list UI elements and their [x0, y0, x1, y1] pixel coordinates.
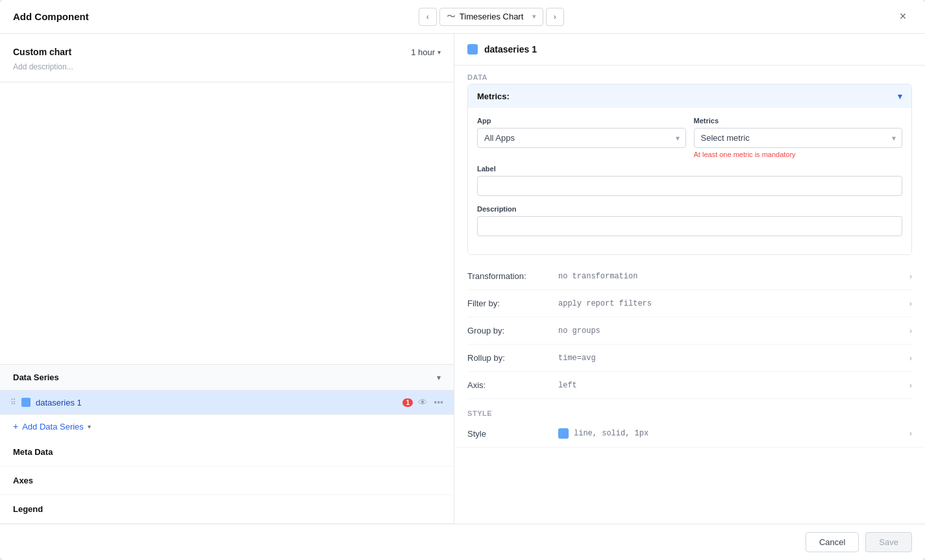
add-description-text[interactable]: Add description... — [13, 62, 441, 71]
style-chevron-icon: › — [909, 429, 912, 438]
chart-type-selector[interactable]: 〜 Timeseries Chart ▾ — [439, 8, 543, 26]
data-section-label: DATA — [454, 66, 925, 84]
label-field-group: Label — [477, 165, 902, 196]
filter-value: apply report filters — [558, 299, 904, 308]
label-input[interactable] — [477, 176, 902, 196]
chart-type-chevron-icon: ▾ — [532, 12, 536, 21]
legend-title: Legend — [13, 504, 43, 514]
style-color-swatch — [558, 428, 569, 439]
add-data-series-button[interactable]: + Add Data Series ▾ — [0, 415, 454, 438]
timeseries-icon: 〜 — [447, 11, 456, 23]
axis-value: left — [558, 381, 904, 390]
dataseries-error-badge: 1 — [402, 398, 413, 407]
style-value-text: line, solid, 1px — [574, 429, 648, 438]
data-series-title: Data Series — [13, 372, 59, 382]
description-field-group: Description — [477, 205, 902, 236]
chart-type-label: Timeseries Chart — [460, 12, 523, 21]
group-row[interactable]: Group by: no groups › — [467, 317, 912, 345]
transformation-row[interactable]: Transformation: no transformation › — [467, 263, 912, 290]
dataseries-actions: 👁 ••• — [418, 397, 443, 408]
axis-key: Axis: — [467, 380, 558, 390]
right-panel: dataseries 1 DATA Metrics: ▾ App — [454, 34, 925, 524]
app-select-wrapper: All Apps — [477, 128, 686, 148]
chart-info: Custom chart 1 hour ▾ Add description... — [0, 34, 454, 82]
left-panel: Custom chart 1 hour ▾ Add description...… — [0, 34, 454, 524]
transformation-chevron-icon: › — [909, 272, 912, 281]
metrics-error-text: At least one metric is mandatory — [694, 151, 903, 158]
data-series-chevron-icon: ▾ — [437, 373, 441, 382]
group-chevron-icon: › — [909, 326, 912, 335]
dataseries-header-title: dataseries 1 — [484, 44, 537, 55]
drag-handle-icon: ⠿ — [10, 398, 16, 407]
visibility-toggle-icon[interactable]: 👁 — [418, 397, 427, 408]
config-section: Transformation: no transformation › Filt… — [454, 263, 925, 399]
meta-data-title: Meta Data — [13, 447, 53, 457]
app-column: App All Apps — [477, 117, 686, 158]
description-input[interactable] — [477, 216, 902, 236]
style-key: Style — [467, 429, 558, 439]
metrics-panel: Metrics: ▾ App All Apps — [467, 84, 912, 255]
rollup-key: Rollup by: — [467, 353, 558, 363]
add-series-chevron-icon: ▾ — [88, 423, 91, 430]
metrics-panel-header[interactable]: Metrics: ▾ — [468, 84, 911, 108]
dataseries-name: dataseries 1 — [36, 398, 397, 408]
dataseries-color-swatch — [21, 398, 31, 407]
dataseries-item[interactable]: ⠿ dataseries 1 1 👁 ••• — [0, 391, 454, 415]
metrics-panel-title: Metrics: — [477, 91, 510, 101]
meta-data-section[interactable]: Meta Data — [0, 438, 454, 467]
custom-chart-title: Custom chart — [13, 47, 71, 57]
close-button[interactable]: × — [894, 8, 912, 26]
app-label: App — [477, 117, 686, 125]
metrics-select[interactable]: Select metric — [694, 128, 903, 148]
metrics-chevron-icon: ▾ — [898, 91, 902, 101]
axis-chevron-icon: › — [909, 381, 912, 390]
rollup-value: time=avg — [558, 354, 904, 363]
nav-next-icon: › — [554, 12, 556, 21]
chart-info-header: Custom chart 1 hour ▾ — [13, 47, 441, 57]
dataseries-header-swatch — [467, 44, 478, 55]
add-series-label: Add Data Series — [22, 422, 84, 432]
axis-row[interactable]: Axis: left › — [467, 372, 912, 399]
rollup-row[interactable]: Rollup by: time=avg › — [467, 345, 912, 372]
chart-preview-area — [0, 82, 454, 364]
style-value-container: line, solid, 1px — [558, 428, 909, 439]
label-field-label: Label — [477, 165, 902, 173]
app-metrics-row: App All Apps Metrics Select — [477, 117, 902, 158]
transformation-value: no transformation — [558, 272, 904, 281]
metrics-select-wrapper: Select metric — [694, 128, 903, 148]
filter-key: Filter by: — [467, 298, 558, 308]
metrics-field-label: Metrics — [694, 117, 903, 125]
filter-row[interactable]: Filter by: apply report filters › — [467, 290, 912, 317]
add-component-modal: Add Component ‹ 〜 Timeseries Chart ▾ › × — [0, 0, 925, 560]
time-selector[interactable]: 1 hour ▾ — [411, 47, 441, 57]
time-label: 1 hour — [411, 47, 435, 57]
dataseries-detail-header: dataseries 1 — [454, 34, 925, 66]
header-center: ‹ 〜 Timeseries Chart ▾ › — [419, 8, 564, 26]
save-button[interactable]: Save — [865, 532, 912, 552]
modal-header: Add Component ‹ 〜 Timeseries Chart ▾ › × — [0, 0, 925, 34]
style-section-label: STYLE — [454, 399, 925, 420]
nav-prev-button[interactable]: ‹ — [419, 8, 437, 26]
style-row[interactable]: Style line, solid, 1px › — [454, 420, 925, 448]
more-options-icon[interactable]: ••• — [434, 397, 443, 408]
close-icon: × — [900, 10, 907, 23]
cancel-button[interactable]: Cancel — [806, 532, 859, 552]
rollup-chevron-icon: › — [909, 354, 912, 363]
time-chevron-icon: ▾ — [438, 49, 441, 56]
app-select[interactable]: All Apps — [477, 128, 686, 148]
transformation-key: Transformation: — [467, 271, 558, 281]
modal-footer: Cancel Save — [0, 524, 925, 560]
add-series-plus-icon: + — [13, 421, 18, 432]
nav-next-button[interactable]: › — [546, 8, 564, 26]
group-key: Group by: — [467, 326, 558, 335]
modal-body: Custom chart 1 hour ▾ Add description...… — [0, 34, 925, 524]
data-series-section-header[interactable]: Data Series ▾ — [0, 364, 454, 391]
metrics-panel-body: App All Apps Metrics Select — [468, 108, 911, 254]
nav-prev-icon: ‹ — [426, 12, 429, 21]
axes-section[interactable]: Axes — [0, 467, 454, 495]
axes-title: Axes — [13, 476, 33, 485]
legend-section[interactable]: Legend — [0, 495, 454, 524]
metrics-column: Metrics Select metric At least one metri… — [694, 117, 903, 158]
description-field-label: Description — [477, 205, 902, 213]
filter-chevron-icon: › — [909, 299, 912, 308]
